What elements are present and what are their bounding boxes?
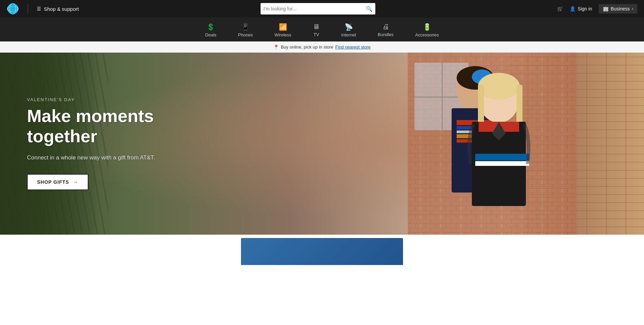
search-input-wrap: 🔍 bbox=[261, 3, 375, 14]
nav-item-bundles-label: Bundles bbox=[378, 32, 394, 37]
location-pin-icon: 📍 bbox=[273, 45, 279, 50]
nav-item-wireless-label: Wireless bbox=[274, 32, 291, 37]
signin-button[interactable]: 👤 Sign in bbox=[570, 6, 592, 11]
internet-icon: 📡 bbox=[345, 23, 353, 31]
chevron-right-icon: › bbox=[632, 6, 633, 11]
hero-section: VALENTINE'S DAY Make moments together Co… bbox=[0, 53, 644, 235]
nav-item-phones[interactable]: 📱 Phones bbox=[227, 20, 264, 40]
logo-area: ☰ Shop & support bbox=[7, 3, 79, 15]
nav-item-accessories-label: Accessories bbox=[415, 32, 439, 37]
bottom-section bbox=[0, 235, 644, 268]
top-nav-right: 🛒 👤 Sign in 🏢 Business › bbox=[557, 4, 637, 13]
hero-eyebrow: VALENTINE'S DAY bbox=[27, 97, 162, 102]
nav-item-bundles[interactable]: 🖨 Bundles bbox=[367, 20, 404, 40]
hero-title: Make moments together bbox=[27, 106, 162, 147]
nav-divider bbox=[28, 4, 28, 13]
svg-rect-33 bbox=[475, 154, 529, 160]
business-button[interactable]: 🏢 Business › bbox=[599, 4, 637, 13]
hero-content: VALENTINE'S DAY Make moments together Co… bbox=[0, 97, 162, 190]
svg-rect-34 bbox=[475, 161, 529, 166]
nav-item-internet[interactable]: 📡 Internet bbox=[330, 20, 367, 40]
shop-gifts-label: SHOP GIFTS bbox=[37, 179, 69, 185]
info-banner-text: Buy online, pick up in store bbox=[281, 45, 333, 50]
business-label: Business bbox=[611, 6, 630, 11]
search-input[interactable] bbox=[263, 6, 366, 11]
nav-item-deals[interactable]: 💲 Deals bbox=[194, 20, 227, 40]
deals-icon: 💲 bbox=[207, 23, 215, 31]
business-icon: 🏢 bbox=[603, 6, 609, 11]
couple-svg bbox=[340, 53, 576, 235]
cart-icon: 🛒 bbox=[557, 6, 563, 11]
tv-icon: 🖥 bbox=[313, 23, 320, 31]
hero-subtitle: Connect in a whole new way with a gift f… bbox=[27, 153, 162, 162]
search-bar: 🔍 bbox=[79, 3, 557, 14]
nav-item-accessories[interactable]: 🔋 Accessories bbox=[404, 20, 450, 40]
secondary-nav: 💲 Deals 📱 Phones 📶 Wireless 🖥 TV 📡 Inter… bbox=[0, 18, 644, 41]
top-nav: ☰ Shop & support 🔍 🛒 👤 Sign in 🏢 Busines… bbox=[0, 0, 644, 18]
shop-support-menu[interactable]: ☰ Shop & support bbox=[37, 6, 79, 12]
hero-image bbox=[340, 53, 576, 235]
shop-gifts-button[interactable]: SHOP GIFTS → bbox=[27, 174, 88, 190]
arrow-icon: → bbox=[73, 179, 78, 185]
nav-item-wireless[interactable]: 📶 Wireless bbox=[264, 20, 302, 40]
search-button[interactable]: 🔍 bbox=[366, 6, 373, 12]
find-store-link[interactable]: Find nearest store bbox=[335, 45, 371, 50]
svg-point-28 bbox=[478, 73, 520, 100]
cart-button[interactable]: 🛒 bbox=[557, 6, 563, 11]
phones-icon: 📱 bbox=[241, 23, 250, 31]
bundles-icon: 🖨 bbox=[382, 23, 389, 31]
nav-item-phones-label: Phones bbox=[238, 32, 253, 37]
nav-item-tv[interactable]: 🖥 TV bbox=[302, 20, 330, 40]
wireless-icon: 📶 bbox=[279, 23, 287, 31]
att-logo[interactable] bbox=[7, 3, 19, 15]
nav-item-internet-label: Internet bbox=[341, 32, 356, 37]
nav-item-tv-label: TV bbox=[314, 32, 319, 37]
user-icon: 👤 bbox=[570, 6, 575, 11]
accessories-icon: 🔋 bbox=[423, 23, 431, 31]
info-banner: 📍 Buy online, pick up in store Find near… bbox=[0, 41, 644, 53]
shop-support-label: Shop & support bbox=[44, 6, 79, 12]
search-icon: 🔍 bbox=[366, 6, 373, 12]
signin-label: Sign in bbox=[578, 6, 592, 11]
nav-item-deals-label: Deals bbox=[205, 32, 216, 37]
hamburger-icon: ☰ bbox=[37, 6, 41, 11]
bottom-card bbox=[241, 238, 403, 265]
